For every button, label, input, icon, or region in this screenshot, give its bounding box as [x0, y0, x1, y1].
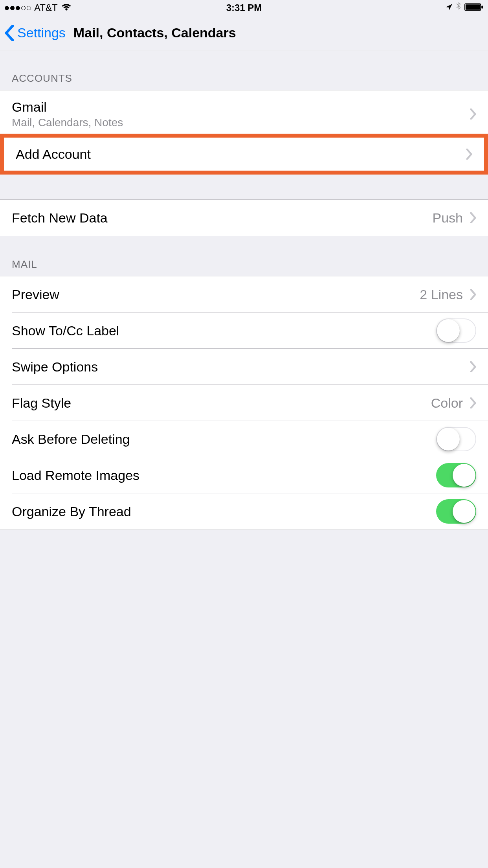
flag-style-row[interactable]: Flag Style Color — [0, 385, 488, 421]
page-title: Mail, Contacts, Calendars — [73, 25, 236, 40]
back-label: Settings — [17, 25, 66, 40]
organize-by-thread-toggle[interactable] — [436, 499, 476, 524]
account-subtitle: Mail, Calendars, Notes — [12, 116, 470, 129]
fetch-value: Push — [433, 210, 463, 226]
load-remote-images-row: Load Remote Images — [0, 457, 488, 493]
chevron-right-icon — [470, 212, 476, 223]
fetch-group: Fetch New Data Push — [0, 199, 488, 236]
chevron-right-icon — [470, 289, 476, 300]
back-button[interactable]: Settings — [5, 25, 66, 41]
fetch-new-data-row[interactable]: Fetch New Data Push — [0, 200, 488, 236]
status-bar: AT&T 3:31 PM — [0, 0, 488, 16]
add-account-highlight: Add Account — [0, 134, 488, 175]
preview-value: 2 Lines — [420, 287, 463, 302]
chevron-right-icon — [470, 397, 476, 408]
preview-row[interactable]: Preview 2 Lines — [0, 276, 488, 313]
flag-style-value: Color — [431, 395, 463, 411]
show-tocc-row: Show To/Cc Label — [0, 313, 488, 349]
svg-rect-1 — [466, 4, 480, 9]
status-right — [446, 2, 483, 14]
svg-rect-2 — [481, 6, 483, 9]
chevron-right-icon — [466, 149, 472, 160]
ask-before-deleting-label: Ask Before Deleting — [12, 432, 436, 447]
status-time: 3:31 PM — [226, 2, 262, 13]
chevron-left-icon — [5, 25, 14, 41]
load-remote-images-label: Load Remote Images — [12, 468, 436, 483]
account-title: Gmail — [12, 99, 470, 115]
ask-before-deleting-row: Ask Before Deleting — [0, 421, 488, 457]
account-gmail-row[interactable]: Gmail Mail, Calendars, Notes — [0, 90, 488, 138]
fetch-label: Fetch New Data — [12, 210, 433, 226]
organize-by-thread-label: Organize By Thread — [12, 504, 436, 519]
organize-by-thread-row: Organize By Thread — [0, 493, 488, 530]
accounts-group: Gmail Mail, Calendars, Notes Add Account — [0, 90, 488, 171]
signal-strength-icon — [5, 6, 31, 10]
mail-group: Preview 2 Lines Show To/Cc Label Swipe O… — [0, 276, 488, 530]
preview-label: Preview — [12, 287, 420, 302]
ask-before-deleting-toggle[interactable] — [436, 427, 476, 451]
add-account-row[interactable]: Add Account — [4, 138, 484, 171]
nav-bar: Settings Mail, Contacts, Calendars — [0, 16, 488, 50]
content: ACCOUNTS Gmail Mail, Calendars, Notes Ad… — [0, 50, 488, 530]
wifi-icon — [61, 2, 72, 13]
chevron-right-icon — [470, 108, 476, 120]
swipe-options-row[interactable]: Swipe Options — [0, 349, 488, 385]
section-header-accounts: ACCOUNTS — [0, 50, 488, 90]
bluetooth-icon — [456, 2, 461, 14]
location-icon — [446, 4, 453, 13]
swipe-options-label: Swipe Options — [12, 359, 470, 375]
section-header-mail: MAIL — [0, 236, 488, 276]
status-left: AT&T — [5, 2, 72, 13]
load-remote-images-toggle[interactable] — [436, 463, 476, 487]
show-tocc-toggle[interactable] — [436, 318, 476, 343]
flag-style-label: Flag Style — [12, 395, 431, 411]
chevron-right-icon — [470, 361, 476, 372]
battery-icon — [464, 2, 483, 13]
add-account-label: Add Account — [16, 147, 466, 162]
carrier-label: AT&T — [34, 2, 58, 13]
show-tocc-label: Show To/Cc Label — [12, 323, 436, 338]
